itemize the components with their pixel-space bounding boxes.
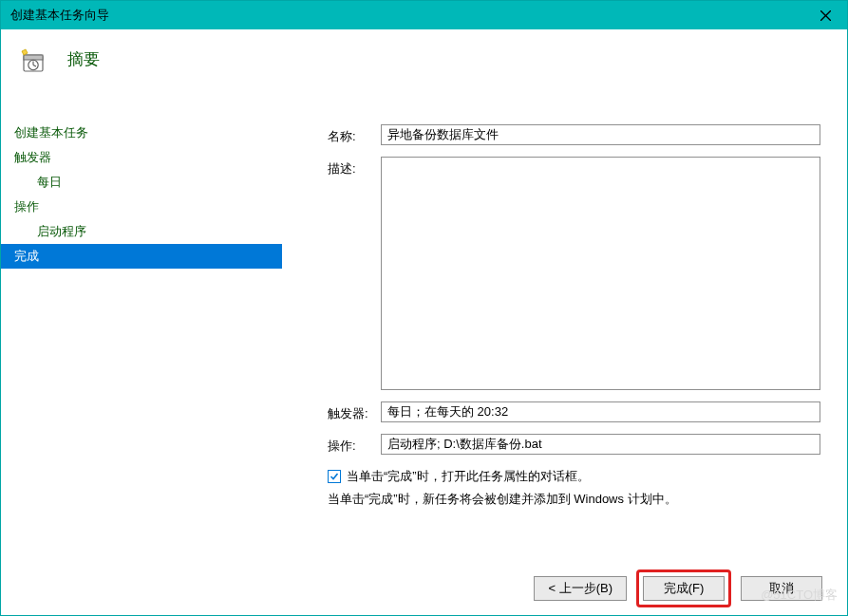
close-icon xyxy=(820,10,831,21)
wizard-footer: < 上一步(B) 完成(F) 取消 @51CTO博客 xyxy=(1,562,847,615)
wizard-sidebar: 创建基本任务触发器每日操作启动程序完成 xyxy=(1,102,282,562)
finish-button[interactable]: 完成(F) xyxy=(643,576,725,601)
row-trigger: 触发器: xyxy=(328,401,820,422)
name-input[interactable] xyxy=(381,124,820,145)
checkbox-label: 当单击“完成”时，打开此任务属性的对话框。 xyxy=(347,468,590,485)
cancel-button[interactable]: 取消 xyxy=(741,576,822,601)
close-button[interactable] xyxy=(803,1,847,29)
back-button[interactable]: < 上一步(B) xyxy=(534,576,627,601)
wizard-window: 创建基本任务向导 摘要 创建基本任务触发器每日操作启动程序完成 名称: xyxy=(0,0,848,616)
titlebar: 创建基本任务向导 xyxy=(1,1,847,29)
wizard-content: 名称: 描述: 触发器: 操作: 当单击“完成”时，打开此任务属性的对话框。 xyxy=(282,102,847,562)
row-description: 描述: xyxy=(328,157,820,390)
sidebar-item-4[interactable]: 启动程序 xyxy=(1,219,282,244)
sidebar-item-5[interactable]: 完成 xyxy=(1,244,282,269)
description-textarea[interactable] xyxy=(381,157,820,390)
finish-info-text: 当单击“完成”时，新任务将会被创建并添加到 Windows 计划中。 xyxy=(328,491,820,508)
task-schedule-icon xyxy=(20,48,47,75)
description-label: 描述: xyxy=(328,157,381,177)
name-label: 名称: xyxy=(328,124,381,145)
wizard-header: 摘要 xyxy=(1,29,847,102)
wizard-body: 创建基本任务触发器每日操作启动程序完成 名称: 描述: 触发器: 操作: xyxy=(1,102,847,562)
trigger-value xyxy=(381,401,820,422)
window-title: 创建基本任务向导 xyxy=(10,7,803,24)
sidebar-item-0[interactable]: 创建基本任务 xyxy=(1,121,282,145)
row-name: 名称: xyxy=(328,124,820,145)
page-title: 摘要 xyxy=(67,48,100,70)
svg-marker-7 xyxy=(22,49,28,55)
open-properties-checkbox-row[interactable]: 当单击“完成”时，打开此任务属性的对话框。 xyxy=(328,468,820,485)
finish-highlight: 完成(F) xyxy=(636,569,731,607)
sidebar-item-2[interactable]: 每日 xyxy=(1,170,282,195)
row-action: 操作: xyxy=(328,434,820,455)
svg-rect-3 xyxy=(24,55,43,60)
action-value xyxy=(381,434,820,455)
sidebar-item-1[interactable]: 触发器 xyxy=(1,145,282,170)
trigger-label: 触发器: xyxy=(328,401,381,422)
action-label: 操作: xyxy=(328,434,381,455)
sidebar-item-3[interactable]: 操作 xyxy=(1,195,282,219)
checkbox-icon xyxy=(328,470,341,483)
